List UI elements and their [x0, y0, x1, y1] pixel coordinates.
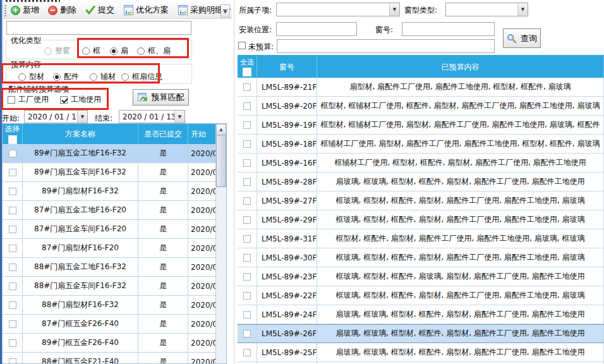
- radio-option[interactable]: 配件: [53, 71, 79, 82]
- row-checkbox[interactable]: [9, 264, 16, 271]
- chevron-down-icon[interactable]: ▼: [517, 3, 528, 16]
- radio-option[interactable]: 扇: [110, 46, 128, 56]
- row-checkbox[interactable]: [9, 358, 16, 364]
- row-checkbox[interactable]: [243, 83, 251, 91]
- toolbar-overflow-button[interactable]: ▼: [220, 4, 230, 18]
- submit-button[interactable]: 提交: [85, 4, 114, 16]
- row-checkbox[interactable]: [9, 282, 16, 290]
- install-position-input[interactable]: [276, 22, 357, 36]
- window-table-row[interactable]: LM5L-89#-20F18框型材, 框辅材工厂使用, 框配件, 扇型材, 扇配…: [238, 97, 604, 116]
- row-checkbox[interactable]: [243, 254, 251, 262]
- radio-option[interactable]: 型材: [18, 71, 44, 82]
- row-checkbox[interactable]: [243, 159, 251, 167]
- plan-table-row[interactable]: 88#门扇五金车间F16-F32是2020/0: [3, 277, 216, 296]
- window-table-row[interactable]: LM5L-89#-18F16框辅材工厂使用, 扇型材, 扇配件工厂使用, 扇配件…: [238, 135, 604, 154]
- plan-name-column-header[interactable]: 方案名称: [23, 124, 138, 144]
- window-no-input[interactable]: [402, 22, 495, 36]
- row-checkbox[interactable]: [9, 169, 16, 176]
- window-table-row[interactable]: LM5L-89#-30F28框玻璃, 框型材, 框配件, 扇型材, 扇配件工厂使…: [238, 248, 604, 267]
- query-button[interactable]: 查询: [503, 28, 541, 48]
- window-table-row[interactable]: LM5L-89#-25F23扇玻璃, 框玻璃, 框型材, 框配件, 扇型材, 扇…: [238, 343, 604, 362]
- sub-item-select[interactable]: ▼: [276, 3, 400, 16]
- plan-table-row[interactable]: 89#门框五金F26-F40是2020/0: [3, 334, 216, 353]
- window-table-row[interactable]: LM5L-89#-22F20框玻璃, 框型材, 框配件, 扇型材, 扇配件工厂使…: [238, 286, 604, 305]
- plan-table-row[interactable]: 87#门扇五金工地F16-F20是2020/0: [3, 201, 216, 220]
- plan-table-row[interactable]: 89#门扇型材F16-F32是2020/0: [3, 182, 216, 201]
- vertical-scrollbar[interactable]: ▲: [215, 124, 226, 363]
- start-date-picker[interactable]: 2020 / 01 / 1 ▼: [24, 110, 88, 123]
- budget-match-button[interactable]: 预算匹配: [133, 89, 189, 106]
- submitted-cell: 是: [138, 182, 188, 201]
- window-table-row[interactable]: LM5L-89#-19F17框型材, 框辅材工厂使用, 扇型材, 扇配件工厂使用…: [238, 116, 604, 135]
- end-date-picker[interactable]: 2020 / 01 / 13 ▼: [119, 110, 185, 123]
- row-checkbox[interactable]: [243, 197, 251, 205]
- plan-table-row[interactable]: 87#门扇型材F16-F20是2020/0: [3, 239, 216, 258]
- plan-table-row[interactable]: 87#门扇五金车间F16-F20是2020/0: [3, 220, 216, 239]
- radio-option[interactable]: 框扇信息: [121, 71, 162, 82]
- row-checkbox[interactable]: [9, 150, 16, 157]
- row-checkbox[interactable]: [243, 330, 251, 337]
- row-checkbox[interactable]: [9, 188, 16, 195]
- start-column-header[interactable]: 开始: [188, 124, 216, 144]
- window-table-row[interactable]: LM5L-89#-21F19扇型材, 扇配件工厂使用, 扇配件工地使用, 框型材…: [238, 78, 604, 97]
- window-table-row[interactable]: LM5L-89#-31F29框型材, 框配件, 扇型材, 扇配件工厂使用, 扇配…: [238, 229, 604, 248]
- plan-table-row[interactable]: 88#门扇型材F16-F32是2020/0: [3, 296, 216, 315]
- window-table-row[interactable]: LM5L-89#-29F27框玻璃, 框型材, 框配件, 扇型材, 扇配件工厂使…: [238, 210, 604, 229]
- purchase-detail-label: 采购明细: [190, 4, 223, 16]
- row-checkbox[interactable]: [243, 235, 251, 243]
- start-date-label: 开始:: [2, 113, 20, 124]
- chevron-down-icon[interactable]: ▼: [77, 111, 87, 123]
- not-budgeted-checkbox[interactable]: [238, 42, 246, 49]
- select-all-checkbox[interactable]: [243, 68, 251, 76]
- chevron-down-icon[interactable]: ▼: [174, 111, 184, 123]
- row-checkbox[interactable]: [243, 140, 251, 148]
- row-checkbox[interactable]: [243, 102, 251, 110]
- row-checkbox[interactable]: [243, 311, 251, 318]
- optimize-plan-button[interactable]: 优化方案: [123, 4, 169, 16]
- scroll-up-button[interactable]: ▲: [216, 124, 226, 135]
- row-checkbox[interactable]: [243, 273, 251, 281]
- scrollbar-thumb[interactable]: [216, 135, 226, 187]
- row-checkbox[interactable]: [9, 207, 16, 214]
- row-checkbox[interactable]: [9, 320, 16, 328]
- checkbox-option[interactable]: 工地使用: [60, 94, 101, 105]
- plan-table-row[interactable]: 88#门扇五金工地F16-F32是2020/0: [3, 258, 216, 277]
- window-table-row[interactable]: LM5L-89#-24F22扇玻璃, 框玻璃, 框型材, 框配件, 扇型材, 扇…: [238, 305, 604, 324]
- window-table-row[interactable]: LM5L-89#-16F15框辅材工厂使用, 框型材, 框配件, 扇型材, 扇配…: [238, 154, 604, 173]
- window-no-column-header[interactable]: 窗号: [257, 56, 317, 78]
- not-budgeted-input[interactable]: [277, 39, 495, 53]
- radio-option[interactable]: 框: [82, 46, 100, 56]
- row-checkbox[interactable]: [243, 121, 251, 129]
- plan-table-row[interactable]: 87#门框五金F26-F40是2020/0: [3, 315, 216, 334]
- row-checkbox[interactable]: [243, 216, 251, 224]
- window-table-row[interactable]: LM5L-89#-28F26扇玻璃, 框玻璃, 框型材, 框配件, 扇型材, 扇…: [238, 173, 604, 191]
- select-column-header[interactable]: 选择: [3, 124, 23, 144]
- window-table-row[interactable]: LM5L-89#-23F21框玻璃, 框型材, 框配件, 扇玻璃, 扇型材, 扇…: [238, 267, 604, 286]
- delete-button[interactable]: − 删除: [48, 4, 76, 16]
- row-checkbox[interactable]: [243, 349, 251, 356]
- row-checkbox[interactable]: [243, 178, 251, 186]
- row-checkbox[interactable]: [9, 301, 16, 309]
- toolbar-grip-handle[interactable]: [4, 5, 6, 16]
- row-checkbox[interactable]: [9, 245, 16, 252]
- add-button[interactable]: + 新增: [11, 4, 39, 16]
- plan-table-row[interactable]: 89#门扇五金工地F16-F32是2020/0: [3, 144, 216, 163]
- window-table-row[interactable]: LM5L-89#-26F24扇玻璃, 框玻璃, 框型材, 框配件, 扇型材, 扇…: [238, 324, 604, 343]
- radio-option[interactable]: 辅材: [90, 71, 116, 82]
- radio-option[interactable]: 框、扇: [137, 46, 171, 56]
- row-checkbox[interactable]: [9, 226, 16, 233]
- select-all-checkbox[interactable]: [8, 135, 17, 144]
- row-checkbox[interactable]: [9, 339, 16, 347]
- plan-filter-input[interactable]: [6, 21, 191, 35]
- row-checkbox[interactable]: [243, 292, 251, 300]
- submitted-column-header[interactable]: 是否已提交: [138, 124, 188, 144]
- select-all-column-header[interactable]: 全选: [238, 56, 257, 78]
- radio-circle-icon: [44, 47, 52, 55]
- plan-table-row[interactable]: 89#门扇五金车间F16-F32是2020/0: [3, 163, 216, 182]
- chevron-down-icon[interactable]: ▼: [389, 3, 399, 16]
- window-table-row[interactable]: LM5L-89#-27F25框玻璃, 框型材, 框配件, 扇型材, 扇配件工厂使…: [238, 191, 604, 210]
- window-type-select[interactable]: ▼: [445, 3, 528, 16]
- budgeted-content-column-header[interactable]: 已预算内容: [317, 56, 604, 78]
- plan-table-row[interactable]: 88#门框五金F21-F40是2020/0: [3, 353, 216, 364]
- checkbox-option[interactable]: 工厂使用: [8, 94, 49, 105]
